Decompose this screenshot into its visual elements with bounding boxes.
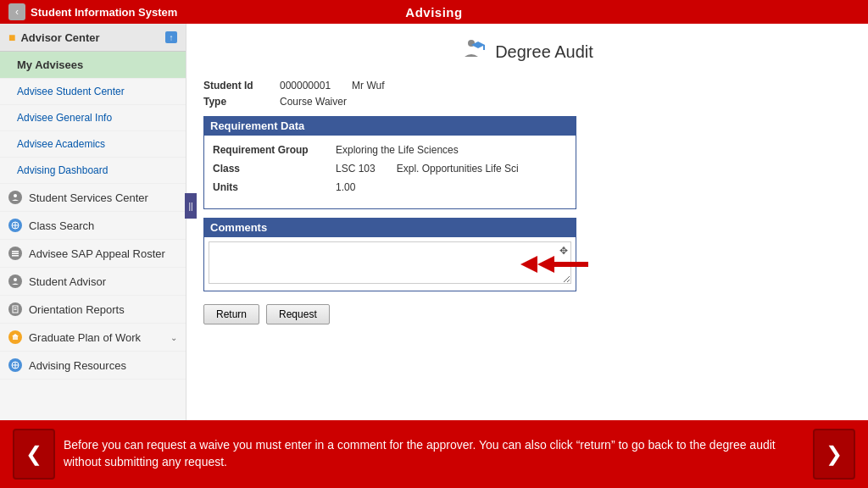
svg-rect-4: [12, 251, 19, 252]
sidebar-collapse-button[interactable]: ↑: [165, 31, 177, 43]
svg-marker-20: [520, 256, 537, 273]
sidebar-item-my-advisees[interactable]: My Advisees: [0, 52, 186, 79]
system-title: Student Information System: [31, 6, 177, 19]
comments-header: Comments: [203, 218, 576, 237]
student-id-value: 000000001: [280, 80, 331, 92]
prev-button[interactable]: ❮: [13, 429, 55, 480]
sidebar-item-orientation-reports[interactable]: Orientation Reports: [0, 296, 186, 324]
sidebar-item-advisee-student-center[interactable]: Advisee Student Center: [0, 79, 186, 105]
comments-textarea[interactable]: [209, 241, 571, 284]
sidebar-item-advisee-academics[interactable]: Advisee Academics: [0, 131, 186, 158]
page-title-top: Advising: [292, 5, 576, 19]
globe2-icon: [8, 358, 22, 372]
page-header: Degree Audit: [203, 36, 851, 67]
top-bar-left: ‹ Student Information System: [8, 3, 292, 20]
textarea-wrapper: ✥: [209, 241, 571, 286]
chevron-down-icon: ⌄: [170, 333, 177, 342]
resize-icon: ✥: [559, 245, 568, 257]
person-icon: [8, 191, 22, 204]
svg-point-0: [14, 194, 17, 197]
main-container: ■ Advisor Center ↑ My Advisees Advisee S…: [0, 24, 868, 420]
type-value: Course Waiver: [280, 96, 347, 108]
class-label: Class: [213, 163, 323, 175]
graduate-icon: [8, 330, 22, 344]
top-bar: ‹ Student Information System Advising: [0, 0, 868, 24]
person2-icon: [8, 274, 22, 288]
degree-audit-title: Degree Audit: [495, 42, 593, 62]
type-row: Type Course Waiver: [203, 96, 851, 108]
back-button[interactable]: ‹: [8, 3, 25, 20]
class-value: LSC 103: [336, 163, 376, 175]
doc-icon: [8, 302, 22, 316]
request-button[interactable]: Request: [266, 304, 330, 324]
globe-icon: [8, 219, 22, 232]
sidebar-item-advising-resources[interactable]: Advising Resources: [0, 352, 186, 380]
svg-rect-18: [483, 45, 485, 50]
bottom-bar-message: Before you can request a waive you must …: [64, 437, 804, 470]
return-button[interactable]: Return: [203, 304, 259, 324]
units-value: 1.00: [336, 181, 355, 193]
requirement-data-section: Requirement Data Requirement Group Explo…: [203, 116, 576, 209]
comments-body: ✥: [203, 237, 576, 291]
class-row: Class LSC 103 Expl. Opportunities Life S…: [213, 163, 567, 175]
svg-rect-6: [12, 255, 19, 257]
svg-rect-5: [12, 253, 19, 255]
requirement-group-row: Requirement Group Exploring the Life Sci…: [213, 144, 567, 156]
sidebar: ■ Advisor Center ↑ My Advisees Advisee S…: [0, 24, 186, 420]
sidebar-item-advising-dashboard[interactable]: Advising Dashboard: [0, 158, 186, 184]
content-area: Degree Audit Student Id 000000001 Mr Wuf…: [186, 24, 868, 420]
degree-audit-icon: [461, 36, 487, 67]
svg-point-7: [14, 278, 17, 281]
sidebar-item-student-advisor[interactable]: Student Advisor: [0, 268, 186, 296]
type-label: Type: [203, 96, 271, 108]
svg-marker-19: [537, 256, 588, 273]
sidebar-toggle-button[interactable]: ||: [185, 193, 197, 219]
red-arrow-svg: [520, 252, 588, 277]
student-name-value: Mr Wuf: [352, 80, 384, 92]
class-desc-value: Expl. Opportunities Life Sci: [397, 163, 519, 175]
student-id-row: Student Id 000000001 Mr Wuf: [203, 80, 851, 92]
units-label: Units: [213, 181, 323, 193]
red-arrow-annotation: ✥: [520, 252, 588, 277]
button-row: Return Request: [203, 304, 851, 324]
bottom-bar: ❮ Before you can request a waive you mus…: [0, 420, 868, 488]
svg-marker-12: [12, 334, 19, 336]
comments-section: Comments ✥: [203, 218, 576, 291]
sidebar-item-advisee-general-info[interactable]: Advisee General Info: [0, 105, 186, 131]
student-id-label: Student Id: [203, 80, 271, 92]
sidebar-section-title: ■ Advisor Center: [8, 30, 100, 44]
requirement-data-body: Requirement Group Exploring the Life Sci…: [203, 136, 576, 209]
sidebar-item-graduate-plan[interactable]: Graduate Plan of Work ⌄: [0, 324, 186, 352]
next-button[interactable]: ❯: [813, 429, 855, 480]
requirement-data-header: Requirement Data: [203, 116, 576, 136]
requirement-group-label: Requirement Group: [213, 144, 323, 156]
sidebar-item-class-search[interactable]: Class Search: [0, 212, 186, 240]
svg-rect-11: [13, 336, 18, 340]
sidebar-section-header[interactable]: ■ Advisor Center ↑: [0, 24, 186, 52]
list-icon: [8, 247, 22, 260]
advisor-center-icon: ■: [8, 30, 15, 44]
requirement-group-value: Exploring the Life Sciences: [336, 144, 459, 156]
sidebar-item-student-services-center[interactable]: Student Services Center: [0, 184, 186, 212]
units-row: Units 1.00: [213, 181, 567, 193]
sidebar-item-advisee-sap-appeal[interactable]: Advisee SAP Appeal Roster: [0, 240, 186, 268]
